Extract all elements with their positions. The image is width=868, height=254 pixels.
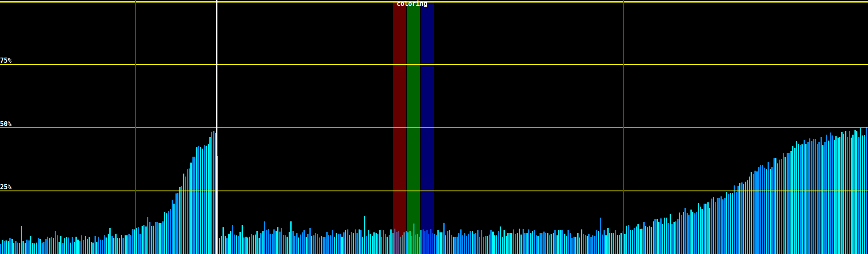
coloring-label: coloring <box>397 0 427 7</box>
coloring-progress-chart: 75% 50% 25% coloring <box>0 0 868 254</box>
y-tick-50: 50% <box>0 121 11 127</box>
y-tick-25: 25% <box>0 184 11 190</box>
y-tick-75: 75% <box>0 57 11 64</box>
axis-labels-layer: 75% 50% 25% coloring <box>0 0 868 254</box>
